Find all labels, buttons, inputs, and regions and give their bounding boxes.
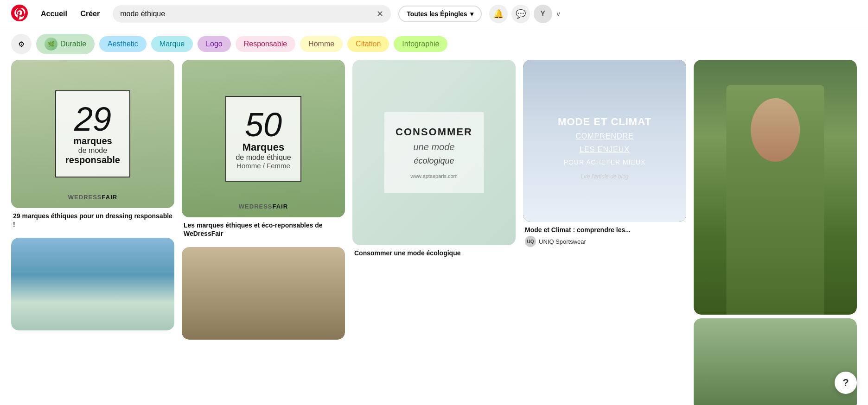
- filter-settings-button[interactable]: ⚙: [11, 34, 32, 54]
- pin-50-line1: Marques: [236, 141, 291, 153]
- brand-text-left: WEDRESS: [68, 194, 102, 201]
- bell-icon: 🔔: [493, 9, 504, 19]
- filter-label: Toutes les Épingles: [407, 10, 467, 18]
- chip-logo[interactable]: Logo: [198, 36, 231, 52]
- pin-bottom-3[interactable]: [694, 318, 857, 405]
- pin-50-number: 50: [236, 108, 291, 141]
- chip-responsable[interactable]: Responsable: [236, 36, 295, 52]
- chip-homme-label: Homme: [308, 40, 334, 48]
- chip-responsable-label: Responsable: [244, 40, 287, 48]
- pin-50-caption: Les marques éthiques et éco-reponsables …: [182, 217, 345, 240]
- chip-aesthetic-label: Aesthetic: [108, 40, 138, 48]
- pin-50-line2: de mode éthique: [236, 153, 291, 162]
- consommer-title: CONSOMMER: [396, 126, 472, 138]
- chip-marque-label: Marque: [160, 40, 185, 48]
- sliders-icon: ⚙: [18, 40, 25, 49]
- consommer-pin-title: Consommer une mode écologique: [354, 249, 514, 257]
- consommer-sub: écologique: [396, 156, 472, 166]
- brand-text-right: FAIR: [102, 194, 118, 201]
- chip-citation-label: Citation: [356, 40, 381, 48]
- nav-accueil[interactable]: Accueil: [35, 6, 73, 21]
- avatar-initial: Y: [540, 10, 545, 18]
- help-button[interactable]: ?: [835, 372, 857, 394]
- chip-durable[interactable]: 🌿 Durable: [36, 34, 95, 54]
- messages-button[interactable]: 💬: [511, 5, 530, 23]
- account-chevron-button[interactable]: ∨: [556, 10, 561, 18]
- chip-homme[interactable]: Homme: [300, 36, 343, 52]
- search-input[interactable]: [120, 10, 373, 18]
- pin-29-line1: marques: [65, 136, 120, 146]
- chevron-down-icon: ∨: [556, 10, 561, 18]
- pin-50-brand: WEDRESSFAIR: [182, 203, 345, 210]
- chip-infographie-label: Infographie: [402, 40, 439, 48]
- climat-pin-title: Mode et Climat : comprendre les...: [525, 226, 684, 234]
- pin-bottom-2[interactable]: [182, 247, 345, 340]
- consommer-caption: Consommer une mode écologique: [352, 245, 516, 259]
- source-logo-uniq: UQ: [525, 236, 536, 247]
- pin-29-line2: de mode: [65, 146, 120, 155]
- pin-climat[interactable]: UNIQ SPORTSWEAR MODE ET CLIMAT COMPRENDR…: [523, 60, 686, 249]
- consommer-italic: une mode: [396, 142, 472, 152]
- chip-citation[interactable]: Citation: [347, 36, 389, 52]
- pin-consommer[interactable]: CONSOMMER une mode écologique www.aptaep…: [352, 60, 516, 259]
- chevron-down-icon: ▾: [470, 10, 473, 18]
- climat-title: MODE ET CLIMAT: [532, 116, 677, 128]
- pinterest-logo[interactable]: [11, 5, 28, 23]
- pin-green-fashion[interactable]: [694, 60, 857, 315]
- notification-button[interactable]: 🔔: [489, 5, 508, 23]
- clear-search-button[interactable]: ✕: [377, 10, 383, 18]
- pins-grid: 29 marques de mode responsable WEDRESSFA…: [0, 60, 868, 405]
- pin-29-marques[interactable]: 29 marques de mode responsable WEDRESSFA…: [11, 60, 174, 230]
- climat-cta: POUR ACHETER MIEUX: [532, 158, 677, 166]
- climat-caption: Mode et Climat : comprendre les... UQ UN…: [523, 222, 686, 249]
- pin-50-marques[interactable]: 50 Marques de mode éthique Homme / Femme…: [182, 60, 345, 240]
- search-bar: ✕: [113, 5, 391, 23]
- climat-source: UQ UNIQ Sportswear: [525, 236, 684, 247]
- pin-50-line3: Homme / Femme: [236, 162, 291, 170]
- filter-dropdown[interactable]: Toutes les Épingles ▾: [398, 6, 481, 22]
- pin-29-line3: responsable: [65, 155, 120, 165]
- chip-aesthetic[interactable]: Aesthetic: [99, 36, 147, 52]
- climat-blog: Lire l'article de blog: [532, 173, 677, 180]
- climat-sub1: COMPRENDRE: [532, 132, 677, 141]
- consommer-url: www.aptaeparis.com: [396, 173, 472, 179]
- chip-marque[interactable]: Marque: [151, 36, 193, 52]
- filter-chips-row: ⚙ 🌿 Durable Aesthetic Marque Logo Respon…: [0, 28, 868, 60]
- header: Accueil Créer ✕ Toutes les Épingles ▾ 🔔 …: [0, 0, 868, 28]
- pin-29-title: 29 marques éthiques pour un dressing res…: [13, 212, 172, 228]
- pin-50-title: Les marques éthiques et éco-reponsables …: [184, 221, 343, 238]
- avatar-button[interactable]: Y: [534, 5, 552, 23]
- chip-durable-label: Durable: [60, 40, 86, 48]
- pin-29-number: 29: [65, 102, 120, 136]
- nav-creer[interactable]: Créer: [75, 6, 105, 21]
- source-name-uniq: UNIQ Sportswear: [539, 238, 586, 245]
- chip-durable-image: 🌿: [45, 38, 57, 51]
- chip-logo-label: Logo: [206, 40, 223, 48]
- main-nav: Accueil Créer: [35, 10, 105, 18]
- pin-29-brand: WEDRESSFAIR: [11, 194, 174, 201]
- question-mark-icon: ?: [842, 377, 849, 389]
- climat-sub2: LES ENJEUX: [532, 145, 677, 155]
- pin-bottom-1[interactable]: [11, 238, 174, 330]
- header-icons: 🔔 💬 Y ∨: [489, 5, 561, 23]
- pin-29-caption: 29 marques éthiques pour un dressing res…: [11, 208, 174, 230]
- chip-infographie[interactable]: Infographie: [394, 36, 447, 52]
- chat-icon: 💬: [516, 9, 526, 19]
